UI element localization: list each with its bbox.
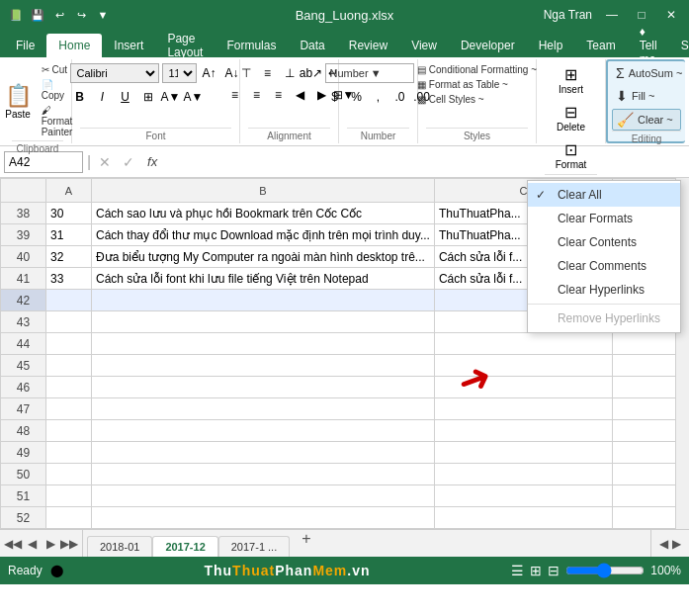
cell-39-b[interactable]: Cách thay đổi thư mục Download mặc định … [92, 224, 435, 246]
cancel-formula-icon[interactable]: ✕ [95, 152, 115, 172]
cell-45-a[interactable] [46, 355, 92, 377]
sheet-tab-2017-12[interactable]: 2017-12 [152, 536, 217, 557]
col-header-a[interactable]: A [46, 179, 92, 203]
undo-icon[interactable]: ↩ [51, 7, 67, 23]
cell-38-b[interactable]: Cách sao lưu và phục hồi Bookmark trên C… [92, 203, 435, 224]
sheet-nav-next[interactable]: ▶ [42, 535, 59, 553]
formula-input[interactable] [166, 151, 685, 173]
clear-contents-item[interactable]: Clear Contents [528, 230, 680, 254]
sheet-nav-last[interactable]: ▶▶ [60, 535, 78, 553]
cell-43-a[interactable] [46, 311, 92, 333]
align-middle-button[interactable]: ≡ [258, 63, 278, 83]
sheet-tab-2018-01[interactable]: 2018-01 [87, 536, 152, 557]
cell-46-b[interactable] [92, 377, 435, 398]
tab-share[interactable]: Share [669, 34, 689, 57]
customize-icon[interactable]: ▼ [95, 7, 111, 23]
tab-insert[interactable]: Insert [102, 34, 155, 57]
minimize-button[interactable]: — [602, 5, 622, 25]
insert-function-icon[interactable]: fx [142, 152, 162, 172]
close-button[interactable]: ✕ [661, 5, 681, 25]
cell-48-b[interactable] [92, 420, 435, 442]
border-button[interactable]: ⊞ [138, 87, 158, 107]
tab-page-layout[interactable]: Page Layout [155, 34, 215, 57]
cell-44-c[interactable] [434, 333, 612, 355]
tab-team[interactable]: Team [574, 34, 627, 57]
tab-data[interactable]: Data [288, 34, 336, 57]
cell-49-d[interactable] [612, 442, 675, 464]
clear-button[interactable]: 🧹 Clear ~ [612, 109, 681, 131]
clear-hyperlinks-item[interactable]: Clear Hyperlinks [528, 278, 680, 302]
cell-40-b[interactable]: Đưa biểu tượng My Computer ra ngoài màn … [92, 246, 435, 268]
orientation-button[interactable]: ab↗ [301, 63, 321, 83]
cell-48-c[interactable] [434, 420, 612, 442]
cell-48-d[interactable] [612, 420, 675, 442]
col-header-b[interactable]: B [92, 179, 435, 203]
cell-51-a[interactable] [46, 485, 92, 507]
increase-decimal-button[interactable]: .0 [390, 87, 410, 107]
number-format-select[interactable]: Number▼ [325, 63, 414, 83]
comma-button[interactable]: , [369, 87, 388, 107]
cell-47-b[interactable] [92, 398, 435, 420]
align-left-button[interactable]: ≡ [225, 85, 245, 105]
redo-icon[interactable]: ↪ [73, 7, 89, 23]
clear-comments-item[interactable]: Clear Comments [528, 254, 680, 278]
cell-46-c[interactable] [434, 377, 612, 398]
tab-developer[interactable]: Developer [449, 34, 527, 57]
page-layout-icon[interactable]: ⊞ [530, 563, 542, 578]
cell-45-d[interactable] [612, 355, 675, 377]
align-center-button[interactable]: ≡ [247, 85, 267, 105]
cell-41-b[interactable]: Cách sửa lỗi font khi lưu file tiếng Việ… [92, 268, 435, 290]
cell-49-a[interactable] [46, 442, 92, 464]
cell-50-d[interactable] [612, 464, 675, 485]
conditional-formatting-button[interactable]: ▤ Conditional Formatting ~ [413, 63, 541, 76]
scroll-right-button[interactable]: ▶ [672, 537, 681, 551]
cell-51-c[interactable] [434, 485, 612, 507]
percent-button[interactable]: % [347, 87, 367, 107]
tab-file[interactable]: File [4, 34, 46, 57]
align-bottom-button[interactable]: ⊥ [280, 63, 300, 83]
cell-styles-button[interactable]: ▩ Cell Styles ~ [413, 93, 488, 106]
normal-view-icon[interactable]: ☰ [511, 563, 524, 578]
scroll-left-button[interactable]: ◀ [659, 537, 668, 551]
clear-all-item[interactable]: ✓ Clear All [528, 183, 680, 207]
clear-formats-item[interactable]: Clear Formats [528, 207, 680, 230]
insert-cells-button[interactable]: ⊞ Insert [555, 63, 587, 97]
cell-51-d[interactable] [612, 485, 675, 507]
cell-50-c[interactable] [434, 464, 612, 485]
cell-45-c[interactable] [434, 355, 612, 377]
bold-button[interactable]: B [70, 87, 90, 107]
cell-52-c[interactable] [434, 507, 612, 529]
page-break-icon[interactable]: ⊟ [548, 563, 560, 578]
macro-record-icon[interactable]: ⬤ [50, 564, 63, 577]
confirm-formula-icon[interactable]: ✓ [119, 152, 138, 172]
cell-40-a[interactable]: 32 [46, 246, 92, 268]
format-cells-button[interactable]: ⊡ Format [552, 138, 591, 172]
delete-cells-button[interactable]: ⊟ Delete [553, 101, 589, 134]
cell-44-d[interactable] [612, 333, 675, 355]
cell-52-b[interactable] [92, 507, 435, 529]
font-family-select[interactable]: Calibri [70, 63, 159, 83]
fill-color-button[interactable]: A▼ [161, 87, 181, 107]
italic-button[interactable]: I [93, 87, 113, 107]
accounting-button[interactable]: $ [325, 87, 345, 107]
tab-help[interactable]: Help [527, 34, 575, 57]
sheet-tab-2017-1[interactable]: 2017-1 ... [218, 536, 290, 557]
tab-formulas[interactable]: Formulas [215, 34, 288, 57]
cell-39-a[interactable]: 31 [46, 224, 92, 246]
add-sheet-button[interactable]: + [298, 530, 314, 557]
cell-50-b[interactable] [92, 464, 435, 485]
cell-47-c[interactable] [434, 398, 612, 420]
cell-48-a[interactable] [46, 420, 92, 442]
cell-52-a[interactable] [46, 507, 92, 529]
cell-51-b[interactable] [92, 485, 435, 507]
cell-41-a[interactable]: 33 [46, 268, 92, 290]
align-top-button[interactable]: ⊤ [236, 63, 256, 83]
zoom-slider[interactable] [565, 563, 645, 578]
tab-tell-me[interactable]: ♦ Tell me [628, 34, 669, 57]
cell-43-b[interactable] [92, 311, 435, 333]
align-right-button[interactable]: ≡ [269, 85, 289, 105]
cell-44-b[interactable] [92, 333, 435, 355]
cell-45-b[interactable] [92, 355, 435, 377]
fill-button[interactable]: ⬇ Fill ~ [612, 86, 681, 106]
format-as-table-button[interactable]: ▦ Format as Table ~ [413, 78, 512, 91]
